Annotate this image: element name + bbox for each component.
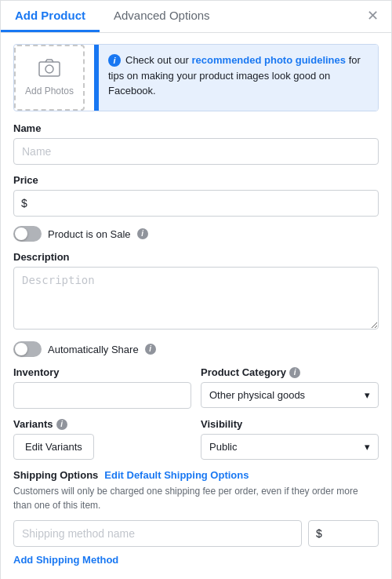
category-selected-value: Other physical goods — [209, 389, 305, 401]
add-product-modal: Add Product Advanced Options ✕ Add Photo… — [0, 0, 392, 579]
info-text-prefix: Check out our — [125, 54, 192, 66]
price-field-section: Price $ 1 — [13, 174, 379, 217]
shipping-options-section: Shipping Options Edit Default Shipping O… — [13, 469, 379, 569]
sale-toggle[interactable] — [13, 226, 42, 242]
category-label: Product Category i — [201, 366, 379, 378]
visibility-section: Visibility Public ▾ — [201, 418, 379, 460]
add-photos-area[interactable]: Add Photos — [14, 45, 85, 111]
add-photos-label: Add Photos — [25, 86, 74, 96]
recommended-link[interactable]: recommended photo guidelines — [192, 54, 346, 66]
visibility-select[interactable]: Public ▾ — [201, 434, 379, 460]
name-label: Name — [13, 122, 379, 134]
currency-symbol: $ — [21, 197, 27, 209]
variants-info-icon[interactable]: i — [56, 419, 67, 430]
category-select[interactable]: Other physical goods ▾ — [201, 382, 379, 408]
category-info-icon[interactable]: i — [289, 367, 300, 378]
edit-variants-button[interactable]: Edit Variants — [13, 434, 94, 460]
name-input[interactable] — [13, 138, 379, 165]
shipping-header: Shipping Options Edit Default Shipping O… — [13, 469, 379, 481]
auto-share-info-icon[interactable]: i — [145, 344, 156, 355]
shipping-method-input[interactable] — [13, 520, 302, 547]
visibility-selected-value: Public — [209, 441, 237, 453]
shipping-price-wrap: $ 0 — [308, 520, 379, 547]
auto-share-toggle-label: Automatically Share — [48, 344, 139, 355]
inventory-category-row: Inventory 1 Product Category i Other phy… — [13, 366, 379, 409]
visibility-chevron-icon: ▾ — [365, 441, 370, 453]
sale-info-icon[interactable]: i — [137, 228, 148, 239]
close-button[interactable]: ✕ — [362, 7, 383, 24]
auto-share-toggle-row: Automatically Share i — [13, 341, 379, 357]
shipping-description: Customers will only be charged one shipp… — [13, 484, 379, 512]
description-label: Description — [13, 251, 379, 263]
info-box: iCheck out our recommended photo guideli… — [94, 45, 378, 111]
description-field-section: Description — [13, 251, 379, 332]
description-input[interactable] — [13, 267, 379, 330]
modal-content: Add Photos iCheck out our recommended ph… — [1, 33, 391, 579]
price-input[interactable]: 1 — [13, 190, 379, 217]
price-input-wrap: $ 1 — [13, 190, 379, 217]
inventory-section: Inventory 1 — [13, 366, 191, 409]
sale-toggle-label: Product is on Sale — [48, 228, 131, 240]
shipping-method-row: $ 0 — [13, 520, 379, 547]
auto-share-toggle-knob — [15, 343, 27, 355]
edit-shipping-link[interactable]: Edit Default Shipping Options — [104, 469, 249, 481]
info-text: iCheck out our recommended photo guideli… — [99, 45, 378, 111]
sale-toggle-row: Product is on Sale i — [13, 226, 379, 242]
visibility-label: Visibility — [201, 418, 379, 430]
category-section: Product Category i Other physical goods … — [201, 366, 379, 409]
tabs-bar: Add Product Advanced Options ✕ — [1, 1, 391, 33]
shipping-currency-symbol: $ — [316, 527, 322, 540]
info-icon: i — [108, 54, 121, 67]
inventory-input[interactable]: 1 — [13, 382, 191, 409]
variants-label: Variants i — [13, 418, 191, 430]
svg-point-1 — [45, 65, 53, 73]
add-shipping-method-link[interactable]: Add Shipping Method — [13, 554, 118, 566]
price-label: Price — [13, 174, 379, 186]
tab-add-product[interactable]: Add Product — [1, 1, 100, 32]
auto-share-toggle[interactable] — [13, 341, 42, 357]
info-banner: Add Photos iCheck out our recommended ph… — [13, 44, 379, 111]
photo-icon — [38, 59, 60, 82]
shipping-options-title: Shipping Options — [13, 469, 98, 481]
variants-visibility-row: Variants i Edit Variants Visibility Publ… — [13, 418, 379, 460]
name-field-section: Name — [13, 122, 379, 165]
category-chevron-icon: ▾ — [365, 389, 370, 401]
sale-toggle-knob — [15, 228, 27, 240]
inventory-label: Inventory — [13, 366, 191, 378]
tab-advanced-options[interactable]: Advanced Options — [100, 1, 224, 32]
svg-rect-0 — [39, 62, 60, 76]
variants-section: Variants i Edit Variants — [13, 418, 191, 460]
